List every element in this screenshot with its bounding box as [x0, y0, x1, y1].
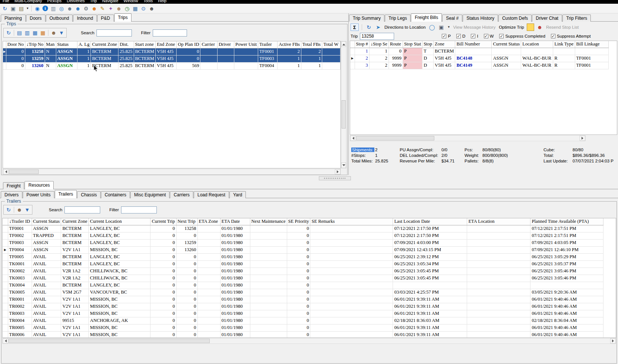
- tab-status-history[interactable]: Status History: [463, 15, 498, 22]
- refresh-icon[interactable]: ↻: [365, 23, 373, 31]
- grid-row-0[interactable]: 013260NASSGN1BCTERM25.825BCTERMV5H 4J556…: [3, 62, 340, 69]
- scroll-right-button[interactable]: [580, 136, 585, 141]
- print-icon[interactable]: ▣: [9, 5, 17, 12]
- splitter-handle[interactable]: [319, 176, 351, 180]
- trips-search-input[interactable]: [96, 29, 132, 37]
- filter-funnel-icon[interactable]: ▼: [23, 206, 31, 213]
- column-header-eta-location[interactable]: ETA Location: [467, 218, 530, 225]
- column-header-trip-no[interactable]: ↓Trip No: [25, 41, 45, 48]
- location-ring-icon[interactable]: ◯: [428, 23, 436, 31]
- freight-bills-hscrollbar[interactable]: [350, 135, 586, 141]
- scroll-right-button[interactable]: [335, 169, 340, 174]
- column-header-total-w[interactable]: Total W: [322, 41, 340, 48]
- view-message-history-button[interactable]: View Message History: [453, 25, 497, 29]
- checkbox-i[interactable]: ✓I: [471, 34, 478, 38]
- refresh-icon[interactable]: ↻: [5, 206, 12, 213]
- column-header-trailer-id[interactable]: ↓Trailer ID: [8, 218, 32, 225]
- trailers-filter-input[interactable]: [121, 206, 157, 213]
- column-header-current-location[interactable]: Current Location: [89, 218, 150, 225]
- grid-row-2[interactable]: ▶229999PDV5H 4J5BC4148ASSGNWAL-BC-BURRTF…: [350, 55, 608, 62]
- column-header-se-priority[interactable]: SE Priority: [287, 218, 310, 225]
- column-header-a-lg[interactable]: A. Lg: [77, 41, 91, 48]
- layers-icon[interactable]: ▥: [50, 5, 57, 12]
- menu-window[interactable]: Window: [121, 0, 141, 3]
- scroll-up-button[interactable]: [341, 41, 346, 47]
- export-image-icon[interactable]: ▤: [18, 5, 25, 12]
- grid-row-tf0001[interactable]: TF0001ASSGNBCTERMLANGLEY, BC01325801/01/…: [3, 225, 603, 232]
- tab-outbound[interactable]: Outbound: [46, 15, 73, 22]
- scroll-thumb[interactable]: [9, 170, 39, 174]
- column-header-stop-stat[interactable]: Stop Stat: [403, 41, 422, 48]
- checkbox-d[interactable]: ✓D: [456, 34, 465, 38]
- summarize-button[interactable]: Σ: [351, 23, 359, 31]
- tab-drivers[interactable]: Drivers: [1, 191, 22, 198]
- tab-driver-chat[interactable]: Driver Chat: [532, 15, 562, 22]
- tab-carriers[interactable]: Carriers: [170, 191, 193, 198]
- grid-row-tr0004[interactable]: TR0004AVAIL99515ANCHORAGE, AK0001/01/198…: [3, 317, 603, 324]
- optimize-trip-button[interactable]: Optimize Trip: [498, 25, 525, 29]
- tab-misc-equipment[interactable]: Misc Equipment: [130, 191, 169, 198]
- tab-yard[interactable]: Yard: [229, 191, 246, 198]
- grid-row-tk0001[interactable]: TK0001AVAILBCTERMLANGLEY, BC0001/01/1980…: [3, 260, 603, 268]
- tab-trip-legs[interactable]: Trip Legs: [385, 15, 411, 22]
- grid-row-0[interactable]: ▶013258NASSGN1BCTERM25.825BCTERMV5H 4J50…: [3, 48, 340, 55]
- grid-row-tr0003[interactable]: TR0003AVAILV2V 1A1MISSION, BC0001/01/198…: [3, 310, 603, 317]
- scroll-thumb[interactable]: [356, 136, 434, 140]
- tab-inbound[interactable]: Inbound: [73, 15, 96, 22]
- print-caret-icon[interactable]: ▼: [447, 23, 451, 31]
- grid-row-tk0003[interactable]: TK0003AVAILV2R 1A2CHILLIWACK, BC0001/01/…: [3, 275, 603, 282]
- column-header-total-fbs[interactable]: Total FBs: [301, 41, 322, 48]
- column-header-se-remarks[interactable]: SE Remarks: [310, 218, 393, 225]
- scroll-thumb[interactable]: [9, 339, 210, 343]
- column-header-status[interactable]: Status: [56, 41, 77, 48]
- settings-icon[interactable]: ⚙: [82, 5, 90, 12]
- column-header-location[interactable]: Location: [521, 41, 553, 48]
- column-header-planned-time-available-pta[interactable]: Planned Time Available (PTA): [530, 218, 603, 225]
- view-board-icon[interactable]: ▦: [31, 29, 39, 37]
- scroll-left-button[interactable]: [350, 136, 356, 141]
- column-header-end-zone[interactable]: End Zone: [155, 41, 177, 48]
- zoom-icon[interactable]: ⊙: [140, 5, 147, 12]
- trips-vscrollbar[interactable]: [341, 41, 346, 168]
- info-icon[interactable]: ℹ: [42, 6, 48, 11]
- column-header-stop[interactable]: Stop: [422, 41, 434, 48]
- refresh-icon[interactable]: ↻: [1, 5, 9, 12]
- column-header-last-location-date[interactable]: Last Location Date: [393, 218, 467, 225]
- scroll-thumb[interactable]: [342, 100, 346, 129]
- directions-icon[interactable]: ➤: [374, 23, 382, 31]
- tab-load-request[interactable]: Load Request: [194, 191, 229, 198]
- trips-hscrollbar[interactable]: [3, 169, 341, 175]
- grid-row-tk0005[interactable]: TK0005AVAILV5M 2G7VANCOUVER, BC0001/01/1…: [3, 289, 603, 296]
- grid-row-tr0002[interactable]: TR0002AVAILV2V 1A1MISSION, BC0001/01/198…: [3, 303, 603, 310]
- trailers-search-input[interactable]: [64, 206, 100, 213]
- search-hound-icon[interactable]: ☻: [50, 29, 57, 37]
- tab-chassis[interactable]: Chassis: [77, 191, 101, 198]
- menu-file[interactable]: File: [0, 0, 12, 3]
- column-header-next-trip[interactable]: Next Trip: [176, 218, 197, 225]
- column-header-active-fbs[interactable]: Active FBs: [278, 41, 301, 48]
- tab-planning[interactable]: Planning: [1, 15, 26, 22]
- edit-icon[interactable]: ✎: [99, 5, 106, 12]
- globe-icon[interactable]: ◎: [58, 5, 65, 12]
- table-search-icon[interactable]: ▦: [131, 5, 139, 12]
- menu-navigate[interactable]: Navigate: [99, 0, 121, 3]
- tab-power-units[interactable]: Power Units: [23, 191, 54, 198]
- tab-custom-defs[interactable]: Custom Defs: [498, 15, 532, 22]
- column-header-door-no[interactable]: Door No: [6, 41, 25, 48]
- refresh-icon[interactable]: ↻: [5, 29, 12, 37]
- column-header-driver[interactable]: Driver: [218, 41, 234, 48]
- column-header-next-maintenance[interactable]: Next Maintenance: [250, 218, 287, 225]
- scroll-right-button[interactable]: [610, 338, 616, 344]
- wand-icon[interactable]: ✦: [107, 5, 114, 12]
- user-globe-icon[interactable]: ☻: [74, 5, 82, 12]
- grid-row-tf0005[interactable]: TF0005AVAILBCTERMLANGLEY, BC0001/01/1980…: [3, 253, 603, 260]
- grid-row-tk0002[interactable]: TK0002AVAILV2R 1A2CHILLIWACK, BC0001/01/…: [3, 268, 603, 275]
- resend-person-icon[interactable]: ☻: [536, 23, 543, 31]
- column-header-op-plan-id[interactable]: Op Plan ID: [177, 41, 200, 48]
- view-split-icon[interactable]: ▥: [23, 29, 31, 37]
- tab-resources[interactable]: Resources: [25, 181, 53, 189]
- checkbox-suppress-completed[interactable]: ✓Suppress Completed: [499, 34, 545, 38]
- tab-trip-summary[interactable]: Trip Summary: [349, 15, 384, 22]
- grid-row-1[interactable]: 110PTBCTERM: [350, 48, 608, 55]
- menu-deliveries[interactable]: Deliveries: [64, 0, 87, 3]
